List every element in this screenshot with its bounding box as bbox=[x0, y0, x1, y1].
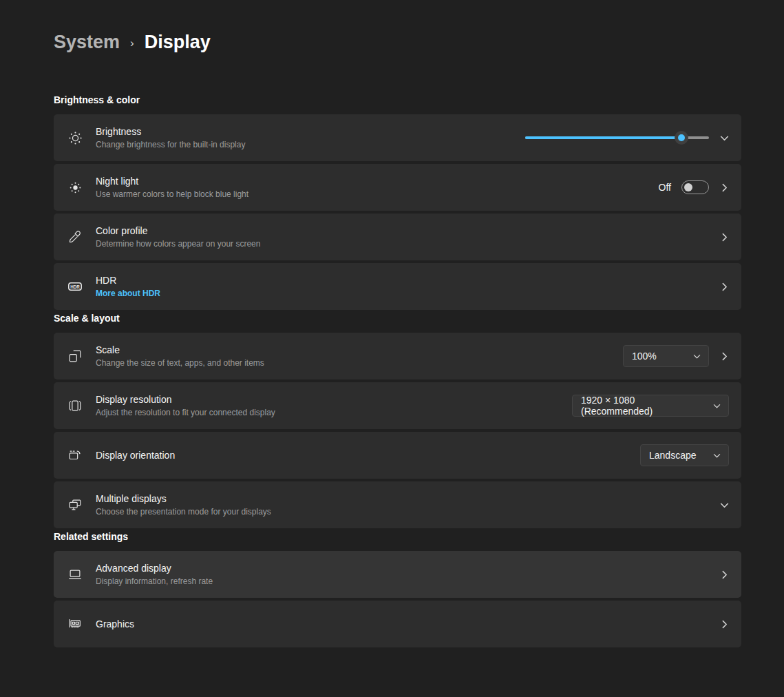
display-orientation-icon bbox=[67, 447, 83, 464]
display-orientation-dropdown-value: Landscape bbox=[649, 450, 697, 461]
advanced-display-title: Advanced display bbox=[96, 563, 213, 574]
card-night-light[interactable]: Night light Use warmer colors to help bl… bbox=[54, 164, 741, 211]
card-display-resolution[interactable]: Display resolution Adjust the resolution… bbox=[54, 382, 741, 429]
card-graphics[interactable]: Graphics bbox=[54, 601, 741, 647]
eyedropper-icon bbox=[67, 229, 83, 245]
display-orientation-dropdown-chevron-down-icon bbox=[713, 452, 721, 459]
hdr-chevron-right-icon[interactable] bbox=[719, 282, 729, 291]
brightness-slider-fill bbox=[525, 136, 681, 139]
scale-chevron-right-icon[interactable] bbox=[719, 351, 729, 361]
display-resolution-subtitle: Adjust the resolution to fit your connec… bbox=[96, 408, 275, 417]
display-resolution-icon bbox=[67, 397, 83, 414]
display-orientation-title: Display orientation bbox=[96, 450, 175, 461]
display-resolution-dropdown[interactable]: 1920 × 1080 (Recommended) bbox=[572, 395, 729, 417]
card-color-profile[interactable]: Color profile Determine how colors appea… bbox=[54, 214, 741, 260]
card-scale[interactable]: Scale Change the size of text, apps, and… bbox=[54, 333, 741, 379]
scale-dropdown[interactable]: 100% bbox=[623, 345, 709, 367]
brightness-slider-thumb[interactable] bbox=[675, 131, 688, 145]
brightness-subtitle: Change brightness for the built-in displ… bbox=[96, 140, 245, 149]
card-brightness[interactable]: Brightness Change brightness for the bui… bbox=[54, 114, 741, 161]
section-scale-layout: Scale & layout Scale Change the size of … bbox=[54, 313, 741, 528]
multiple-displays-text: Multiple displays Choose the presentatio… bbox=[96, 493, 271, 517]
breadcrumb-system[interactable]: System bbox=[54, 32, 120, 53]
brightness-expand-chevron-down-icon[interactable] bbox=[719, 133, 729, 143]
display-orientation-dropdown[interactable]: Landscape bbox=[640, 444, 729, 466]
hdr-title: HDR bbox=[96, 275, 160, 286]
multiple-displays-icon bbox=[67, 497, 83, 513]
graphics-gpu-icon bbox=[67, 616, 83, 632]
page-title: Display bbox=[145, 32, 211, 53]
scale-subtitle: Change the size of text, apps, and other… bbox=[96, 358, 264, 368]
card-advanced-display[interactable]: Advanced display Display information, re… bbox=[54, 551, 741, 598]
multiple-displays-title: Multiple displays bbox=[96, 493, 271, 504]
advanced-display-chevron-right-icon[interactable] bbox=[719, 570, 729, 579]
brightness-text: Brightness Change brightness for the bui… bbox=[96, 126, 245, 149]
scale-text: Scale Change the size of text, apps, and… bbox=[96, 344, 264, 368]
brightness-slider-thumb-dot bbox=[678, 134, 685, 141]
svg-text:HDR: HDR bbox=[70, 284, 80, 289]
section-title-scale-layout: Scale & layout bbox=[54, 313, 741, 324]
scale-dropdown-chevron-down-icon bbox=[693, 353, 701, 360]
night-light-title: Night light bbox=[96, 176, 248, 187]
advanced-display-text: Advanced display Display information, re… bbox=[96, 563, 213, 586]
section-brightness-color: Brightness & color Brightness Change bri… bbox=[54, 94, 741, 310]
color-profile-chevron-right-icon[interactable] bbox=[719, 232, 729, 242]
advanced-display-subtitle: Display information, refresh rate bbox=[96, 576, 213, 586]
hdr-badge-icon: HDR bbox=[67, 278, 83, 295]
night-light-text: Night light Use warmer colors to help bl… bbox=[96, 176, 248, 199]
section-title-brightness-color: Brightness & color bbox=[54, 94, 741, 105]
scale-icon bbox=[67, 348, 83, 364]
night-light-toggle-knob bbox=[684, 183, 692, 191]
section-related-settings: Related settings Advanced display Displa… bbox=[54, 531, 741, 647]
color-profile-text: Color profile Determine how colors appea… bbox=[96, 225, 260, 249]
hdr-more-link[interactable]: More about HDR bbox=[96, 289, 160, 298]
card-hdr[interactable]: HDR HDR More about HDR bbox=[54, 263, 741, 310]
section-title-related-settings: Related settings bbox=[54, 531, 741, 542]
display-orientation-text: Display orientation bbox=[96, 450, 175, 461]
brightness-sun-icon bbox=[67, 129, 83, 146]
brightness-title: Brightness bbox=[96, 126, 245, 137]
night-light-icon bbox=[67, 179, 83, 196]
advanced-display-monitor-icon bbox=[67, 566, 83, 583]
multiple-displays-subtitle: Choose the presentation mode for your di… bbox=[96, 507, 271, 517]
night-light-subtitle: Use warmer colors to help block blue lig… bbox=[96, 189, 248, 199]
display-resolution-text: Display resolution Adjust the resolution… bbox=[96, 394, 275, 417]
breadcrumb: System › Display bbox=[54, 32, 741, 53]
graphics-title: Graphics bbox=[96, 618, 134, 630]
graphics-chevron-right-icon[interactable] bbox=[719, 619, 729, 629]
settings-display-page: System › Display Brightness & color Brig bbox=[0, 0, 741, 647]
scale-title: Scale bbox=[96, 344, 264, 355]
display-resolution-dropdown-value: 1920 × 1080 (Recommended) bbox=[581, 395, 706, 417]
card-display-orientation[interactable]: Display orientation Landscape bbox=[54, 432, 741, 479]
multiple-displays-expand-chevron-down-icon[interactable] bbox=[719, 500, 729, 510]
brightness-slider[interactable] bbox=[525, 131, 709, 145]
color-profile-subtitle: Determine how colors appear on your scre… bbox=[96, 239, 260, 249]
graphics-text: Graphics bbox=[96, 618, 134, 630]
color-profile-title: Color profile bbox=[96, 225, 260, 236]
breadcrumb-separator-icon: › bbox=[130, 34, 134, 50]
card-multiple-displays[interactable]: Multiple displays Choose the presentatio… bbox=[54, 481, 741, 528]
night-light-chevron-right-icon[interactable] bbox=[719, 183, 729, 192]
display-resolution-title: Display resolution bbox=[96, 394, 275, 405]
scale-dropdown-value: 100% bbox=[632, 351, 657, 362]
night-light-toggle[interactable] bbox=[681, 180, 709, 194]
night-light-toggle-label: Off bbox=[659, 182, 671, 193]
display-resolution-dropdown-chevron-down-icon bbox=[713, 402, 721, 410]
hdr-text: HDR More about HDR bbox=[96, 275, 160, 298]
